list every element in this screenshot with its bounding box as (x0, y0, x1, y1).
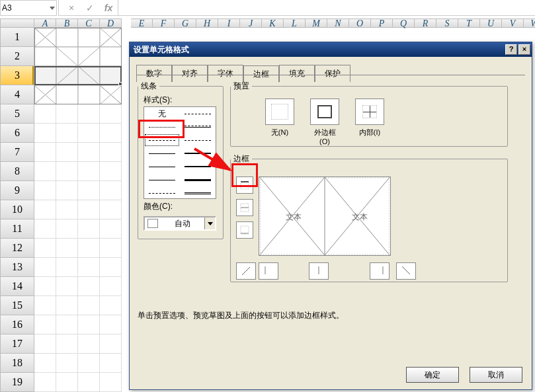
formula-bar: × ✓ fx (58, 0, 535, 16)
tab-font[interactable]: 字体 (208, 65, 243, 82)
preset-none-button[interactable]: 无(N) (264, 98, 296, 145)
row-header[interactable]: 7 (0, 143, 34, 162)
preset-group: 预置 无(N) 外边框(O) 内部(I) (230, 81, 508, 147)
row-header[interactable]: 19 (0, 373, 34, 392)
line-group-label: 线条 (138, 81, 159, 92)
border-diag-up-button[interactable] (236, 262, 256, 280)
tab-strip: 数字 对齐 字体 边框 填充 保护 (136, 65, 532, 82)
line-style-option[interactable] (144, 120, 180, 134)
style-label: 样式(S): (144, 95, 172, 106)
tab-alignment[interactable]: 对齐 (172, 65, 208, 82)
dialog-title: 设置单元格格式 (134, 44, 189, 56)
row-header[interactable]: 2 (0, 47, 34, 66)
tab-protection[interactable]: 保护 (315, 65, 350, 82)
line-style-option[interactable] (144, 147, 180, 160)
line-style-option[interactable] (180, 147, 216, 160)
color-combo[interactable]: 自动 (144, 216, 216, 231)
line-style-grid: 无 (144, 106, 216, 199)
column-headers-right: EF GH IJ KL MN OP QR ST UV W (131, 19, 535, 28)
row-header[interactable]: 11 (0, 219, 34, 239)
ok-button[interactable]: 确定 (406, 367, 459, 383)
cancel-entry-button[interactable]: × (62, 1, 81, 15)
line-style-option[interactable] (144, 160, 180, 173)
border-group-label: 边框 (231, 153, 252, 165)
column-headers: A B C D (34, 19, 122, 28)
svg-rect-19 (241, 207, 249, 208)
border-left-button[interactable] (259, 262, 278, 280)
insert-function-button[interactable]: fx (99, 1, 118, 15)
border-top-button[interactable] (236, 176, 253, 194)
format-cells-dialog: 设置单元格格式 ? × 数字 对齐 字体 边框 填充 保护 线条 样式(S): … (129, 42, 532, 390)
border-preview[interactable]: 文本 文本 (259, 176, 391, 256)
border-right-button[interactable] (370, 262, 390, 280)
cancel-button[interactable]: 取消 (470, 367, 522, 383)
svg-line-33 (402, 266, 410, 274)
row-header[interactable]: 8 (0, 162, 34, 181)
line-style-option[interactable] (180, 173, 216, 186)
row-header[interactable]: 4 (0, 85, 34, 104)
border-middle-h-button[interactable] (236, 199, 253, 216)
col-header[interactable]: B (56, 19, 78, 28)
line-style-option[interactable] (180, 120, 216, 134)
col-header[interactable]: D (100, 19, 122, 28)
preset-inside-button[interactable]: 内部(I) (354, 98, 386, 145)
line-style-option[interactable] (180, 134, 216, 147)
worksheet[interactable]: A B C D 1 2 3 4 5 6 7 8 9 10 11 12 13 14… (0, 19, 128, 392)
help-button[interactable]: ? (505, 44, 517, 55)
close-button[interactable]: × (518, 44, 530, 55)
dialog-titlebar[interactable]: 设置单元格格式 ? × (130, 42, 532, 57)
line-style-option[interactable] (144, 134, 180, 147)
svg-line-29 (242, 267, 250, 275)
row-header[interactable]: 9 (0, 181, 34, 200)
preset-group-label: 预置 (231, 81, 252, 92)
border-middle-v-button[interactable] (309, 262, 329, 280)
svg-rect-31 (318, 266, 319, 274)
preset-outline-button[interactable]: 外边框(O) (309, 98, 341, 145)
line-style-option[interactable] (180, 186, 216, 200)
dropdown-icon[interactable] (50, 7, 55, 10)
color-swatch-icon (147, 219, 158, 228)
color-value: 自动 (161, 218, 204, 229)
tab-fill[interactable]: 填充 (279, 65, 315, 82)
line-group: 线条 样式(S): 无 颜色(C): 自动 (138, 81, 224, 239)
line-style-option[interactable] (180, 160, 216, 173)
confirm-entry-button[interactable]: ✓ (81, 1, 99, 15)
row-header[interactable]: 5 (0, 104, 34, 124)
name-box[interactable]: A3 (0, 0, 57, 16)
cells[interactable] (34, 28, 122, 392)
row-header[interactable]: 12 (0, 239, 34, 258)
row-header[interactable]: 18 (0, 354, 34, 373)
preview-text: 文本 (286, 212, 302, 223)
row-header[interactable]: 6 (0, 124, 34, 143)
row-header[interactable]: 1 (0, 28, 34, 47)
name-box-value: A3 (2, 3, 12, 13)
border-group: 边框 文本 文本 (230, 153, 508, 282)
row-header[interactable]: 10 (0, 200, 34, 219)
row-header[interactable]: 17 (0, 334, 34, 354)
tab-number[interactable]: 数字 (136, 65, 172, 82)
border-diag-buttons (236, 262, 261, 280)
border-bottom-button[interactable] (236, 221, 253, 239)
col-header[interactable]: A (34, 19, 56, 28)
row-headers: 1 2 3 4 5 6 7 8 9 10 11 12 13 14 15 16 1… (0, 28, 34, 392)
line-style-none[interactable]: 无 (144, 107, 180, 120)
line-style-option[interactable] (144, 186, 180, 200)
select-all-corner[interactable] (0, 19, 34, 28)
row-header[interactable]: 14 (0, 277, 34, 296)
preview-text: 文本 (352, 212, 368, 223)
dropdown-icon[interactable] (204, 217, 215, 229)
svg-rect-32 (382, 266, 384, 274)
border-side-buttons (236, 176, 253, 244)
row-header[interactable]: 16 (0, 315, 34, 334)
line-style-option[interactable] (180, 107, 216, 120)
color-label: 颜色(C): (144, 201, 173, 212)
row-header[interactable]: 13 (0, 258, 34, 277)
row-header[interactable]: 3 (0, 66, 34, 85)
hint-text: 单击预置选项、预览草图及上面的按钮可以添加边框样式。 (138, 310, 344, 321)
svg-rect-30 (265, 266, 266, 274)
row-header[interactable]: 15 (0, 296, 34, 315)
svg-rect-18 (241, 182, 249, 189)
line-style-option[interactable] (144, 173, 180, 186)
col-header[interactable]: C (78, 19, 100, 28)
border-diag-down-button[interactable] (396, 262, 416, 280)
